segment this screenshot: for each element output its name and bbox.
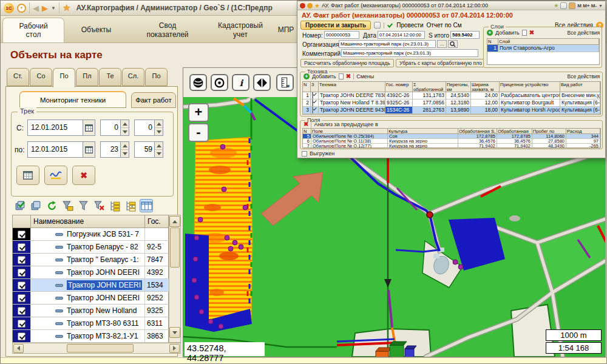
- row-checkbox-cell[interactable]: [13, 317, 31, 330]
- clear-track-button[interactable]: ✖: [72, 166, 95, 185]
- spinner[interactable]: [120, 142, 129, 157]
- checkbox-checked[interactable]: [18, 294, 25, 302]
- field-row[interactable]: 7Обильное/Поле № О.12(77) Кукуруза на зе…: [303, 144, 600, 149]
- filter-button[interactable]: [76, 199, 90, 212]
- s-total-input[interactable]: 589.5402: [450, 31, 480, 39]
- sidebar-tab-so[interactable]: Со: [30, 68, 52, 86]
- memory-buttons[interactable]: М М+ М-: [577, 3, 597, 8]
- refresh-button[interactable]: [45, 199, 58, 212]
- checkbox-checked[interactable]: [312, 92, 313, 99]
- star-icon[interactable]: ★: [554, 2, 558, 8]
- calendar-button[interactable]: [83, 142, 95, 157]
- checkbox-checked[interactable]: [312, 107, 313, 113]
- checkbox-checked[interactable]: [18, 256, 25, 264]
- checkbox-checked[interactable]: [312, 99, 313, 106]
- clear-area-button[interactable]: Убрать с карты обработанную пло: [396, 59, 486, 67]
- row-checkbox-cell[interactable]: [13, 254, 31, 266]
- scroll-up-button[interactable]: [169, 216, 180, 227]
- checkbox-unchecked[interactable]: [302, 151, 307, 157]
- layers-row-selected[interactable]: 1 Поля Ставрополь-Агро: [487, 45, 599, 52]
- table-row[interactable]: Трактор МТЗ-80 6311 6311: [12, 317, 169, 330]
- map-measure-button[interactable]: м: [276, 74, 294, 91]
- choose-button[interactable]: …: [437, 40, 447, 48]
- zoom-in-button[interactable]: +: [188, 103, 209, 122]
- checkbox-checked[interactable]: [18, 269, 25, 277]
- field-row-selected[interactable]: 5Обильное/Поле № О.25(384) Соя172,8785 1…: [303, 134, 600, 139]
- uncheck-all-button[interactable]: [29, 199, 42, 212]
- table-row[interactable]: Трактор JOHN DEERI 9252: [12, 292, 169, 305]
- subtab-fact[interactable]: Факт работ: [131, 92, 176, 108]
- save-icon[interactable]: [374, 22, 381, 29]
- checkbox-checked[interactable]: [18, 332, 25, 340]
- delete-icon[interactable]: ✖: [346, 73, 351, 79]
- header-gos-col[interactable]: Гос.: [145, 215, 169, 228]
- checkbox-checked[interactable]: [18, 281, 25, 289]
- spinner[interactable]: [120, 120, 129, 135]
- minute-from-stepper[interactable]: 0: [134, 120, 163, 136]
- sidebar-tab-po[interactable]: По: [53, 68, 75, 87]
- tab-desktop[interactable]: Рабочий стол: [2, 18, 64, 42]
- checkbox-checked[interactable]: [18, 243, 25, 251]
- main-menu-button[interactable]: ▼: [17, 4, 26, 13]
- row-checkbox-cell[interactable]: [13, 266, 31, 279]
- tab-summary[interactable]: Свод показателей: [128, 18, 207, 42]
- analysis-button[interactable]: Анализ за предыдущее в: [314, 121, 378, 127]
- unloaded-checkbox-row[interactable]: Выгружен: [302, 150, 334, 157]
- copy-icon[interactable]: [522, 30, 527, 36]
- copy-icon[interactable]: [339, 73, 344, 79]
- nav-history-dropdown[interactable]: ▼: [51, 5, 56, 11]
- scrollbar-thumb[interactable]: [170, 228, 180, 268]
- search-button[interactable]: [448, 40, 458, 48]
- row-checkbox-cell[interactable]: [13, 330, 31, 343]
- shifts-button[interactable]: Смены: [356, 73, 374, 79]
- table-row[interactable]: Трактор JOHN DEERI 4392: [12, 266, 169, 279]
- table-row[interactable]: Трактор " Беларус -1: 7847: [12, 254, 169, 266]
- date-input[interactable]: 07.04.2014 12:00:00: [378, 31, 425, 39]
- build-track-button[interactable]: [44, 166, 67, 185]
- map-layers-button[interactable]: [189, 74, 207, 91]
- window-icon[interactable]: [569, 2, 575, 9]
- field-row[interactable]: 6Обильное/Поле № О.11(38) Кукуруза на зе…: [303, 139, 600, 144]
- columns-setup-button[interactable]: [140, 199, 153, 212]
- delete-icon[interactable]: ✖: [304, 121, 308, 127]
- map-info-button[interactable]: i: [232, 74, 249, 91]
- calc-area-button[interactable]: Рассчитать обработанную площадь: [300, 59, 394, 67]
- clear-filter-button[interactable]: [92, 199, 106, 212]
- row-checkbox-cell[interactable]: [13, 228, 31, 241]
- organization-input[interactable]: Машинно-тракторный парк (сч.23.01.3): [339, 40, 436, 48]
- table-row[interactable]: Трактор New Holland 9325: [12, 305, 169, 317]
- scroll-right-button[interactable]: [169, 344, 180, 353]
- date-to-input[interactable]: 12.01.2015: [27, 141, 95, 158]
- window-icon[interactable]: [560, 2, 567, 9]
- spinner[interactable]: [154, 142, 163, 157]
- map-center-button[interactable]: [211, 74, 228, 91]
- checkbox-checked[interactable]: [18, 320, 25, 328]
- layers-all-actions[interactable]: Все действия: [568, 30, 600, 36]
- scrollbar-thumb[interactable]: [67, 344, 134, 352]
- tech-row[interactable]: 1 Трактор JOHN DEERE 7830 44392С-26 131,…: [303, 92, 600, 99]
- calendar-button[interactable]: [83, 120, 95, 135]
- subtab-monitoring[interactable]: Мониторинг техники: [19, 91, 126, 108]
- row-checkbox-cell[interactable]: [13, 241, 31, 254]
- tab-objects[interactable]: Объекты: [64, 18, 128, 42]
- table-row-selected[interactable]: Трактор JOHN DEERI 1534: [12, 279, 169, 292]
- header-name-col[interactable]: Наименование: [31, 215, 145, 228]
- row-checkbox-cell[interactable]: [13, 305, 31, 317]
- table-row[interactable]: Трактор Беларус - 82 92-5: [12, 241, 169, 254]
- favorites-star-icon[interactable]: ★: [314, 2, 320, 9]
- sidebar-tab-sl[interactable]: Сл.: [122, 68, 144, 86]
- hour-to-stepper[interactable]: 23: [100, 141, 129, 158]
- table-row[interactable]: Трактор МТЗ-82,1-У1 3863: [12, 330, 169, 343]
- spinner[interactable]: [154, 120, 163, 135]
- scroll-down-button[interactable]: [169, 327, 180, 338]
- sidebar-tab-po2[interactable]: По: [145, 68, 168, 86]
- vehicle-position-marker[interactable]: [427, 212, 433, 218]
- add-layer-button[interactable]: Добавить: [495, 30, 520, 36]
- tech-row-selected[interactable]: 3 Трактор JOHN DEERE 9430 11534С-26 281,…: [303, 107, 600, 114]
- add-tech-button[interactable]: Добавить: [312, 73, 336, 79]
- tab-mpr[interactable]: МПР: [274, 18, 298, 42]
- tech-row[interactable]: 2 Трактор New Holland T 8.3909325С-26 17…: [303, 99, 600, 107]
- sidebar-tab-pl[interactable]: Пл: [76, 68, 98, 86]
- expand-rows-button[interactable]: [124, 199, 137, 212]
- number-input[interactable]: 000000053: [324, 31, 359, 39]
